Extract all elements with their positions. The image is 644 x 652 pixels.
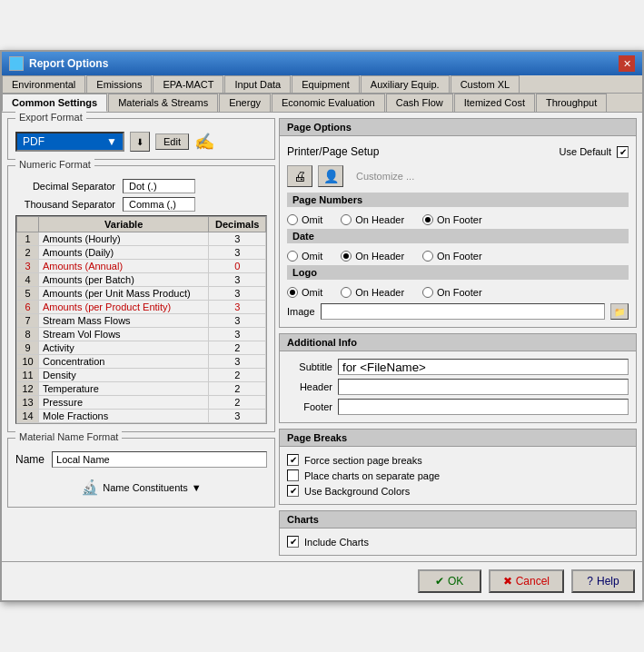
subtitle-input[interactable] [338, 359, 629, 375]
force-section-checkbox[interactable] [287, 454, 299, 466]
tab-materials-streams[interactable]: Materials & Streams [108, 94, 218, 112]
tab-auxiliary-equip[interactable]: Auxiliary Equip. [361, 75, 450, 93]
include-charts-item[interactable]: Include Charts [287, 534, 629, 549]
image-browse-button[interactable]: 📁 [610, 303, 629, 320]
table-row[interactable]: 13 Pressure 2 [17, 396, 266, 410]
dropdown-button[interactable]: ⬇ [130, 132, 150, 152]
tab-cash-flow[interactable]: Cash Flow [386, 94, 453, 112]
tab-energy[interactable]: Energy [219, 94, 271, 112]
place-charts-item[interactable]: Place charts on separate page [287, 468, 629, 483]
person-icon[interactable]: 👤 [318, 165, 343, 187]
printer-icon[interactable]: 🖨 [287, 165, 312, 187]
row-variable: Amounts (per Unit Mass Product) [39, 287, 209, 301]
header-row: Header [287, 377, 629, 397]
date-omit[interactable]: Omit [287, 251, 322, 262]
logo-on-header[interactable]: On Header [341, 287, 404, 298]
row-decimals[interactable]: 2 [209, 382, 266, 396]
table-row[interactable]: 5 Amounts (per Unit Mass Product) 3 [17, 287, 266, 301]
row-decimals[interactable]: 0 [209, 260, 266, 273]
material-name-label: Material Name Format [15, 431, 122, 442]
table-row[interactable]: 14 Mole Fractions 3 [17, 410, 266, 423]
row-decimals[interactable]: 3 [209, 314, 266, 328]
customize-button[interactable]: Customize ... [349, 169, 421, 183]
logo-on-footer[interactable]: On Footer [422, 287, 482, 298]
force-section-item[interactable]: Force section page breaks [287, 452, 629, 468]
row-decimals[interactable]: 3 [209, 287, 266, 301]
logo-footer-radio[interactable] [422, 287, 433, 298]
page-numbers-on-footer[interactable]: On Footer [422, 214, 482, 225]
use-default-checkbox[interactable] [617, 146, 629, 158]
thousand-separator-label: Thousand Separator [15, 199, 115, 210]
decimal-separator-value[interactable]: Dot (.) [123, 179, 195, 193]
table-row[interactable]: 10 Concentration 3 [17, 355, 266, 369]
tab-emissions[interactable]: Emissions [86, 75, 152, 93]
row-index: 4 [17, 273, 39, 287]
date-on-footer[interactable]: On Footer [422, 251, 482, 262]
place-charts-checkbox[interactable] [287, 469, 299, 481]
row-decimals[interactable]: 2 [209, 369, 266, 382]
tab-equipment[interactable]: Equipment [292, 75, 360, 93]
tab-custom-xl[interactable]: Custom XL [451, 75, 520, 93]
tab-environmental[interactable]: Environmental [2, 75, 85, 93]
table-row[interactable]: 1 Amounts (Hourly) 3 [17, 232, 266, 246]
row-decimals[interactable]: 3 [209, 328, 266, 341]
use-bg-item[interactable]: Use Background Colors [287, 483, 629, 499]
table-row[interactable]: 3 Amounts (Annual) 0 [17, 260, 266, 273]
tab-epa-mact[interactable]: EPA-MACT [153, 75, 223, 93]
table-row[interactable]: 7 Stream Mass Flows 3 [17, 314, 266, 328]
date-header: Date [287, 229, 629, 243]
date-on-header[interactable]: On Header [341, 251, 404, 262]
tab-economic-evaluation[interactable]: Economic Evaluation [272, 94, 385, 112]
page-numbers-header-radio[interactable] [341, 214, 352, 225]
image-input[interactable] [321, 303, 605, 320]
name-constituents-button[interactable]: 🔬 Name Constituents ▼ [81, 479, 201, 496]
row-decimals[interactable]: 3 [209, 246, 266, 260]
cancel-button[interactable]: ✖ Cancel [489, 569, 564, 593]
row-decimals[interactable]: 3 [209, 355, 266, 369]
row-decimals[interactable]: 2 [209, 396, 266, 410]
table-row[interactable]: 4 Amounts (per Batch) 3 [17, 273, 266, 287]
row-decimals[interactable]: 3 [209, 301, 266, 314]
tab-itemized-cost[interactable]: Itemized Cost [454, 94, 535, 112]
pdf-select-arrow: ▼ [106, 135, 117, 148]
edit-button[interactable]: Edit [155, 133, 189, 150]
charts-group: Charts Include Charts [279, 510, 637, 556]
table-row[interactable]: 11 Density 2 [17, 369, 266, 382]
footer-input[interactable] [338, 399, 629, 415]
close-button[interactable]: ✕ [619, 55, 635, 72]
page-numbers-footer-radio[interactable] [422, 214, 433, 225]
name-input[interactable] [52, 451, 267, 468]
table-row[interactable]: 8 Stream Vol Flows 3 [17, 328, 266, 341]
date-omit-radio[interactable] [287, 251, 298, 262]
additional-info-group: Additional Info Subtitle Header Footer [279, 333, 637, 423]
row-decimals[interactable]: 3 [209, 273, 266, 287]
logo-omit[interactable]: Omit [287, 287, 322, 298]
variable-table-wrapper[interactable]: Variable Decimals 1 Amounts (Hourly) 3 2… [15, 215, 267, 424]
use-bg-checkbox[interactable] [287, 485, 299, 497]
date-header-radio[interactable] [341, 251, 352, 262]
tab-throughput[interactable]: Throughput [536, 94, 607, 112]
thousand-separator-value[interactable]: Comma (,) [123, 197, 195, 212]
tab-input-data[interactable]: Input Data [224, 75, 291, 93]
table-row[interactable]: 2 Amounts (Daily) 3 [17, 246, 266, 260]
bottom-bar: ✔ OK ✖ Cancel ? Help [2, 561, 642, 600]
page-numbers-omit-radio[interactable] [287, 214, 298, 225]
pdf-select[interactable]: PDF ▼ [15, 132, 124, 152]
help-button[interactable]: ? Help [571, 569, 635, 593]
date-footer-radio[interactable] [422, 251, 433, 262]
include-charts-checkbox[interactable] [287, 536, 299, 548]
tab-common-settings[interactable]: Common Settings [2, 94, 107, 112]
logo-omit-radio[interactable] [287, 287, 298, 298]
table-row[interactable]: 9 Activity 2 [17, 341, 266, 355]
col-decimals: Decimals [209, 217, 266, 232]
page-numbers-on-header[interactable]: On Header [341, 214, 404, 225]
table-row[interactable]: 12 Temperature 2 [17, 382, 266, 396]
row-decimals[interactable]: 3 [209, 410, 266, 423]
page-numbers-omit[interactable]: Omit [287, 214, 322, 225]
ok-button[interactable]: ✔ OK [418, 569, 481, 593]
row-decimals[interactable]: 2 [209, 341, 266, 355]
row-decimals[interactable]: 3 [209, 232, 266, 246]
logo-header-radio[interactable] [341, 287, 352, 298]
header-input[interactable] [338, 379, 629, 395]
table-row[interactable]: 6 Amounts (per Product Entity) 3 [17, 301, 266, 314]
